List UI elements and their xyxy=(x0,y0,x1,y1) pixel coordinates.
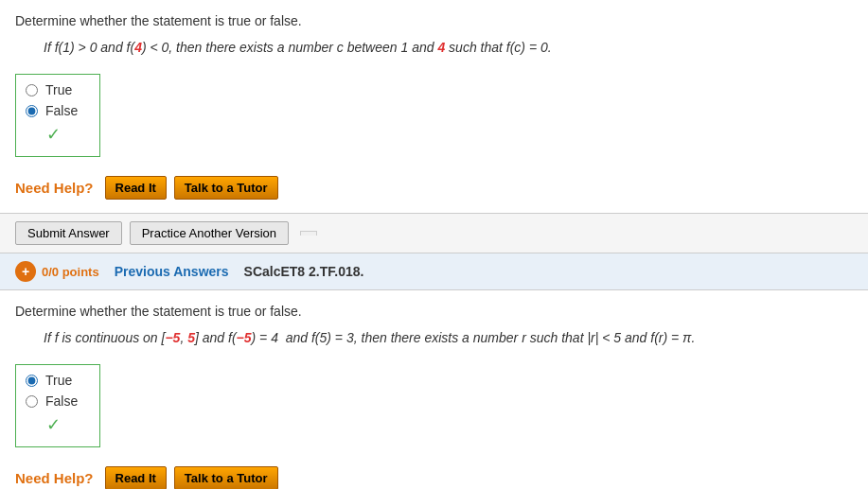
practice-another-button[interactable]: Practice Another Version xyxy=(130,221,289,245)
option-true-1[interactable]: True xyxy=(26,82,84,97)
section2: Determine whether the statement is true … xyxy=(0,290,868,489)
math-line-1: If f(1) > 0 and f(4) < 0, then there exi… xyxy=(44,40,853,55)
math-line-2: If f is continuous on [−5, 5] and f(−5) … xyxy=(44,330,853,345)
math-statement-2: If f is continuous on [−5, 5] and f(−5) … xyxy=(15,330,853,345)
radio-false-2[interactable] xyxy=(26,395,38,408)
points-text: 0/0 points xyxy=(42,265,99,279)
radio-true-1[interactable] xyxy=(26,84,38,96)
need-help-label-1: Need Help? xyxy=(15,180,94,196)
option-false-1[interactable]: False xyxy=(26,103,84,118)
submit-answer-button[interactable]: Submit Answer xyxy=(15,221,122,245)
label-false-1: False xyxy=(45,103,78,118)
need-help-label-2: Need Help? xyxy=(15,470,94,486)
need-help-2: Need Help? Read It Talk to a Tutor xyxy=(15,466,853,489)
answer-box-2: True False ✓ xyxy=(15,364,100,447)
answer-box-1: True False ✓ xyxy=(15,74,100,157)
need-help-1: Need Help? Read It Talk to a Tutor xyxy=(15,176,853,200)
math-statement-1: If f(1) > 0 and f(4) < 0, then there exi… xyxy=(15,40,853,55)
read-it-button-2[interactable]: Read It xyxy=(105,466,167,489)
label-true-1: True xyxy=(45,82,72,97)
talk-to-tutor-button-1[interactable]: Talk to a Tutor xyxy=(174,176,278,200)
talk-to-tutor-button-2[interactable]: Talk to a Tutor xyxy=(174,466,278,489)
tab-handle xyxy=(300,231,317,236)
problem-id: SCalcET8 2.TF.018. xyxy=(244,264,364,279)
option-true-2[interactable]: True xyxy=(26,373,84,388)
instruction-2: Determine whether the statement is true … xyxy=(15,304,853,319)
previous-answers-link[interactable]: Previous Answers xyxy=(115,264,229,279)
points-circle-icon: + xyxy=(15,261,36,282)
instruction-1: Determine whether the statement is true … xyxy=(15,13,853,28)
action-bar: Submit Answer Practice Another Version xyxy=(0,213,868,253)
label-true-2: True xyxy=(45,373,72,388)
checkmark-1: ✓ xyxy=(46,124,84,145)
points-badge: + 0/0 points xyxy=(15,261,99,282)
option-false-2[interactable]: False xyxy=(26,393,84,409)
label-false-2: False xyxy=(45,393,78,409)
section1: Determine whether the statement is true … xyxy=(0,0,868,213)
radio-true-2[interactable] xyxy=(26,375,38,387)
read-it-button-1[interactable]: Read It xyxy=(105,176,167,200)
radio-false-1[interactable] xyxy=(26,105,38,117)
points-bar: + 0/0 points Previous Answers SCalcET8 2… xyxy=(0,253,868,290)
checkmark-2: ✓ xyxy=(46,414,84,435)
